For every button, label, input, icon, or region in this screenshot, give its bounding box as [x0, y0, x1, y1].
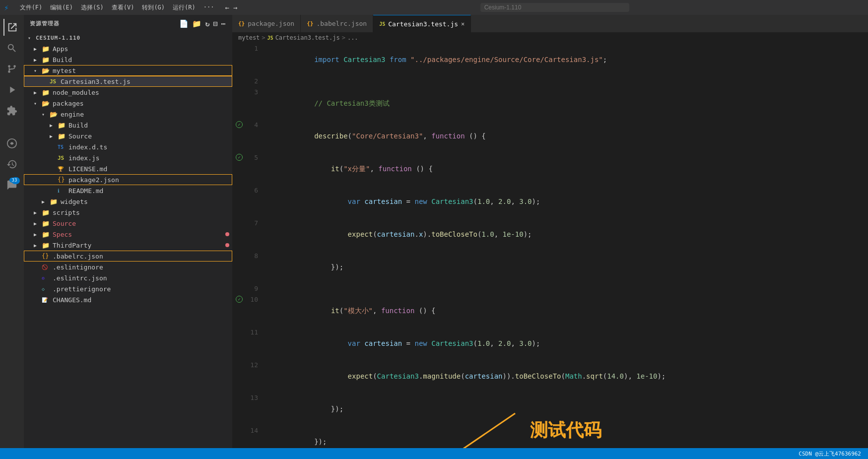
- line-content-14: });: [262, 425, 868, 448]
- main-layout: 33 资源管理器 📄 📁 ↻ ⊟ ⋯ ▾ CESIUM-1.110 ▶ 📁: [0, 15, 868, 448]
- tab-cartesian3-close[interactable]: ✕: [461, 20, 465, 27]
- sidebar-item-package2[interactable]: {} package2.json: [24, 174, 232, 185]
- collapse-icon[interactable]: ⊟: [213, 19, 218, 28]
- sidebar-item-prettier[interactable]: ◇ .prettierignore: [24, 283, 232, 294]
- thirdparty-dot: [225, 243, 229, 247]
- indicator-1: [236, 45, 244, 53]
- svg-point-1: [13, 65, 16, 67]
- menu-edit[interactable]: 编辑(E): [47, 2, 76, 13]
- sidebar-item-engine[interactable]: ▾ 📂 engine: [24, 109, 232, 120]
- sidebar-item-mytest[interactable]: ▾ 📂 mytest: [24, 65, 232, 76]
- sidebar-item-babelrc[interactable]: {} .babelrc.json: [24, 251, 232, 262]
- sidebar-item-eslintignore[interactable]: 🚫 .eslintignore: [24, 262, 232, 272]
- nav-buttons: ← →: [225, 3, 237, 11]
- line-content-7: expect(cartesian.x).toBeCloseTo(1.0, 1e-…: [262, 218, 868, 251]
- line-content-8: });: [262, 251, 868, 283]
- indicator-6: [236, 187, 244, 195]
- linenum-3: 3: [246, 87, 258, 98]
- indicator-3: [236, 88, 244, 96]
- tab-package-json[interactable]: {} package.json: [232, 15, 301, 32]
- tab-cartesian3[interactable]: JS Cartesian3.test.js ✕: [373, 15, 471, 32]
- code-line-2: 2: [232, 76, 868, 87]
- sidebar-item-widgets[interactable]: ▶ 📁 widgets: [24, 196, 232, 207]
- activity-copilot[interactable]: [3, 135, 20, 152]
- tab-babelrc[interactable]: {} .babelrc.json: [301, 15, 373, 32]
- indicator-2: [236, 77, 244, 85]
- nav-back-button[interactable]: ←: [225, 3, 229, 11]
- sidebar-item-node-modules[interactable]: ▶ 📁 node_modules: [24, 87, 232, 98]
- sidebar-item-cartesian3[interactable]: JS Cartesian3.test.js: [24, 76, 232, 87]
- linenum-4: 4: [246, 120, 258, 131]
- menu-select[interactable]: 选择(S): [78, 2, 107, 13]
- sidebar-item-apps[interactable]: ▶ 📁 Apps: [24, 43, 232, 54]
- linenum-14: 14: [246, 425, 258, 436]
- thirdparty-label: ThirdParty: [53, 242, 225, 249]
- new-file-icon[interactable]: 📄: [179, 19, 189, 28]
- line-content-10: it("模大小", function () {: [262, 294, 868, 327]
- apps-folder-icon: 📁: [42, 45, 51, 53]
- code-line-11: 11 var cartesian = new Cartesian3(1.0, 2…: [232, 327, 868, 360]
- sidebar-item-engine-build[interactable]: ▶ 📁 Build: [24, 120, 232, 131]
- editor-content: 1 import Cartesian3 from "../packages/en…: [232, 43, 868, 448]
- sidebar-item-engine-source[interactable]: ▶ 📁 Source: [24, 131, 232, 141]
- engine-source-chevron: ▶: [50, 133, 58, 139]
- gutter-12: 12: [232, 360, 262, 371]
- activity-run[interactable]: [3, 81, 20, 98]
- activity-explorer[interactable]: [3, 19, 20, 36]
- check-icon-5: ✓: [236, 154, 243, 161]
- menu-goto[interactable]: 转到(G): [139, 2, 168, 13]
- breadcrumb-js-icon: JS: [267, 35, 273, 41]
- menu-file[interactable]: 文件(F): [17, 2, 46, 13]
- code-line-1: 1 import Cartesian3 from "../packages/en…: [232, 43, 868, 76]
- activity-search[interactable]: [3, 40, 20, 57]
- widgets-folder-icon: 📁: [50, 198, 59, 205]
- activity-history[interactable]: [3, 156, 20, 173]
- activity-git[interactable]: [3, 61, 20, 77]
- new-folder-icon[interactable]: 📁: [192, 19, 202, 28]
- indicator-9: [236, 285, 244, 293]
- code-line-12: 12 expect(Cartesian3.magnitude(cartesian…: [232, 360, 868, 393]
- line-content-5: it("x分量", function () {: [262, 152, 868, 185]
- cartesian3-label: Cartesian3.test.js: [61, 78, 232, 85]
- sidebar-header-icons: 📄 📁 ↻ ⊟ ⋯: [179, 19, 226, 28]
- more-options-icon[interactable]: ⋯: [221, 19, 226, 28]
- sidebar-item-packages[interactable]: ▾ 📂 packages: [24, 98, 232, 109]
- sidebar-item-scripts[interactable]: ▶ 📁 scripts: [24, 207, 232, 218]
- breadcrumb-file[interactable]: Cartesian3.test.js: [275, 34, 340, 41]
- sidebar-item-readme[interactable]: ℹ README.md: [24, 185, 232, 196]
- sidebar-item-index-js[interactable]: JS index.js: [24, 152, 232, 163]
- sidebar-item-specs[interactable]: ▶ 📁 Specs: [24, 229, 232, 240]
- line-content-11: var cartesian = new Cartesian3(1.0, 2.0,…: [262, 327, 868, 360]
- tree-root[interactable]: ▾ CESIUM-1.110: [24, 32, 232, 43]
- activity-chat[interactable]: 33: [3, 177, 20, 194]
- source-label: Source: [53, 220, 232, 227]
- specs-dot: [225, 232, 229, 236]
- line-content-4: describe("Core/Cartesian3", function () …: [262, 120, 868, 152]
- sidebar-item-source[interactable]: ▶ 📁 Source: [24, 218, 232, 229]
- sidebar-item-build[interactable]: ▶ 📁 Build: [24, 54, 232, 65]
- sidebar-item-license[interactable]: 🏆 LICENSE.md: [24, 163, 232, 174]
- refresh-icon[interactable]: ↻: [205, 19, 210, 28]
- engine-chevron: ▾: [42, 112, 50, 117]
- activity-extensions[interactable]: [3, 102, 20, 119]
- index-js-icon: JS: [58, 155, 67, 161]
- root-label: CESIUM-1.110: [36, 35, 80, 41]
- menu-run[interactable]: 运行(R): [170, 2, 199, 13]
- sidebar-item-changes[interactable]: 📝 CHANGES.md: [24, 294, 232, 305]
- sidebar-item-thirdparty[interactable]: ▶ 📁 ThirdParty: [24, 240, 232, 251]
- license-label: LICENSE.md: [68, 165, 232, 173]
- menu-view[interactable]: 查看(V): [109, 2, 137, 13]
- code-editor[interactable]: 1 import Cartesian3 from "../packages/en…: [232, 43, 868, 448]
- breadcrumb-mytest[interactable]: mytest: [238, 34, 260, 41]
- prettier-label: .prettierignore: [53, 285, 232, 293]
- search-input[interactable]: [480, 3, 629, 12]
- line-content-3: // Cartesian3类测试: [262, 87, 868, 120]
- sidebar-content: ▾ CESIUM-1.110 ▶ 📁 Apps ▶ 📁 Build ▾ 📂 my…: [24, 32, 232, 448]
- sidebar-item-index-dts[interactable]: TS index.d.ts: [24, 141, 232, 152]
- sidebar-item-eslintrc[interactable]: ⊕ .eslintrc.json: [24, 272, 232, 283]
- code-line-7: 7 expect(cartesian.x).toBeCloseTo(1.0, 1…: [232, 218, 868, 251]
- menu-more[interactable]: ···: [200, 2, 217, 13]
- gutter-6: 6: [232, 185, 262, 196]
- nav-forward-button[interactable]: →: [233, 3, 237, 11]
- code-line-6: 6 var cartesian = new Cartesian3(1.0, 2.…: [232, 185, 868, 218]
